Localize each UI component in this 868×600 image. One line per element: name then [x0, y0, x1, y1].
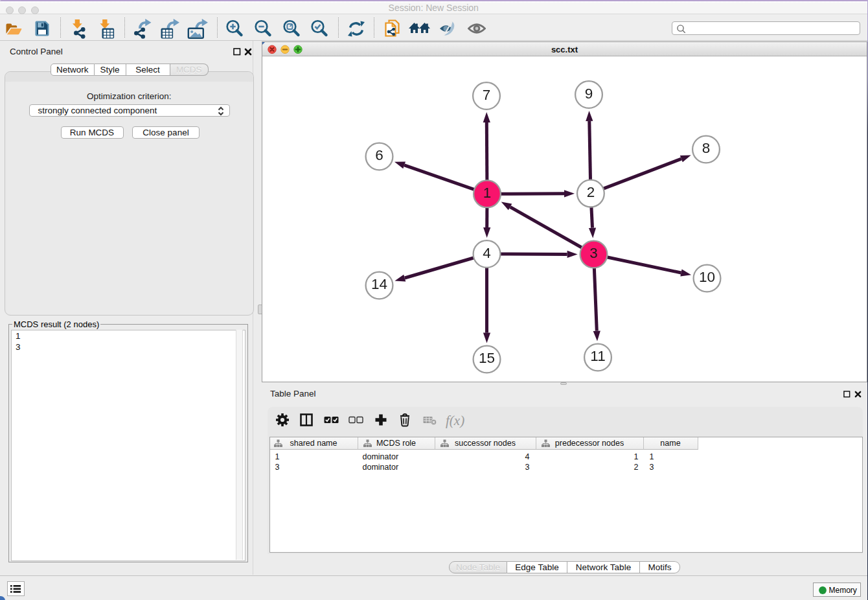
svg-text:15: 15 [479, 350, 495, 366]
svg-text:11: 11 [590, 348, 605, 364]
svg-text:2: 2 [587, 184, 595, 200]
svg-text:7: 7 [483, 86, 491, 102]
svg-text:8: 8 [702, 140, 711, 156]
svg-text:14: 14 [371, 276, 387, 292]
svg-text:3: 3 [589, 245, 598, 261]
svg-text:10: 10 [699, 269, 715, 285]
svg-text:6: 6 [375, 147, 383, 163]
svg-text:9: 9 [585, 85, 593, 101]
svg-text:1: 1 [483, 184, 492, 200]
svg-text:4: 4 [483, 244, 491, 260]
